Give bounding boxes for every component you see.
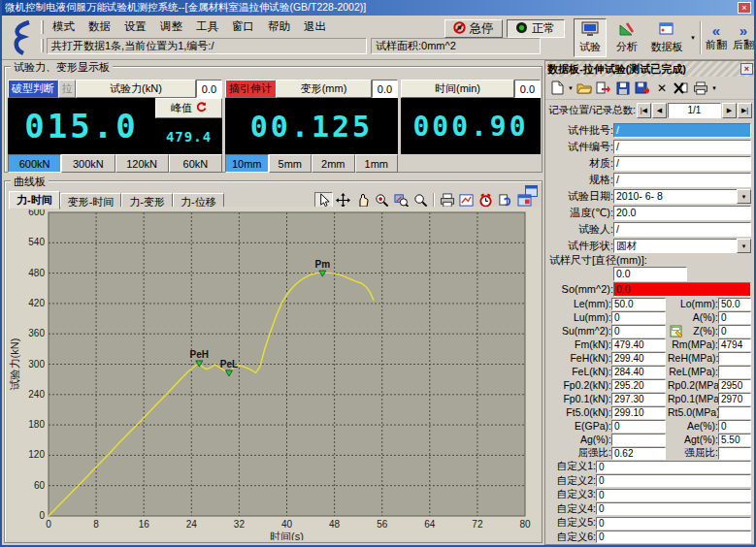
delete-all-icon[interactable] bbox=[673, 80, 690, 97]
result-field[interactable]: 479.40 bbox=[611, 338, 666, 351]
result-label: A(%): bbox=[668, 311, 718, 323]
custom-field[interactable]: 0 bbox=[596, 461, 751, 473]
analysis-button[interactable]: 分析 bbox=[610, 18, 643, 57]
result-field[interactable]: 0 bbox=[611, 325, 666, 338]
next-page-button[interactable]: » 后翻 bbox=[731, 18, 756, 57]
databoard-titlebar: 数据板-拉伸试验(测试已完成) × bbox=[545, 61, 755, 77]
result-field[interactable] bbox=[718, 447, 751, 460]
result-row: Fp0.1(kN): 297.30 Rp0.1(MPa): 2970 bbox=[549, 392, 751, 405]
result-field[interactable] bbox=[718, 366, 751, 378]
normal-status-button[interactable]: 正常 bbox=[507, 19, 565, 38]
custom-label: 自定义3: bbox=[549, 488, 596, 501]
result-field[interactable]: 50.0 bbox=[718, 298, 751, 310]
menu-item[interactable]: 模式 bbox=[47, 19, 81, 34]
next-record-button[interactable]: ▶ bbox=[722, 103, 737, 118]
result-label: Lo(mm): bbox=[668, 298, 718, 309]
result-field[interactable]: 295.20 bbox=[611, 379, 666, 392]
result-field[interactable] bbox=[718, 406, 751, 419]
custom-field[interactable]: 0 bbox=[596, 489, 751, 501]
deform-range-button[interactable]: 2mm bbox=[312, 154, 355, 173]
result-field[interactable]: 4794 bbox=[718, 338, 751, 351]
export-record-icon[interactable] bbox=[595, 80, 612, 97]
force-range-button[interactable]: 600kN bbox=[8, 154, 61, 173]
new-record-caret-icon[interactable]: ▼ bbox=[568, 85, 574, 91]
result-label: Ae(%): bbox=[668, 420, 718, 432]
spec-field[interactable]: / bbox=[613, 173, 751, 187]
custom-row: 自定义2: 0 bbox=[549, 474, 751, 489]
specimen-no-field[interactable]: / bbox=[613, 140, 751, 154]
result-field[interactable]: 2970 bbox=[718, 393, 751, 405]
save-record-icon[interactable] bbox=[614, 80, 632, 97]
result-field[interactable]: 0 bbox=[611, 311, 666, 324]
databoard-close-button[interactable]: × bbox=[740, 63, 753, 75]
databoard-button[interactable]: 数据板 bbox=[645, 18, 688, 57]
shape-field[interactable]: 圆材 bbox=[613, 239, 738, 253]
result-field[interactable]: 0 bbox=[718, 311, 751, 324]
databoard-fields: 试件批号:/ 试件编号:/ 材质:/ 规格:/ 试验日期:2010- 6- 8▼… bbox=[545, 120, 755, 544]
caret-down-icon: ▼ bbox=[741, 243, 747, 249]
databoard-dropdown-caret[interactable]: ▼ bbox=[688, 18, 698, 57]
break-judge-button[interactable]: 破型判断 bbox=[8, 80, 58, 98]
result-field[interactable]: 5.50 bbox=[718, 434, 751, 446]
force-range-button[interactable]: 120kN bbox=[115, 154, 169, 173]
result-field[interactable]: 2950 bbox=[718, 379, 751, 392]
menu-item[interactable]: 调整 bbox=[154, 19, 188, 34]
peak-reset-icon[interactable] bbox=[196, 102, 207, 114]
menu-item[interactable]: 设置 bbox=[118, 19, 152, 34]
open-record-icon[interactable] bbox=[575, 80, 593, 97]
delete-record-icon[interactable]: ✕ bbox=[653, 80, 671, 97]
print-record-icon[interactable] bbox=[692, 80, 709, 97]
prev-page-button[interactable]: « 前翻 bbox=[704, 18, 729, 57]
force-range-button[interactable]: 60kN bbox=[169, 154, 222, 173]
result-field[interactable]: 297.30 bbox=[611, 393, 666, 405]
material-field[interactable]: / bbox=[613, 156, 751, 171]
tester-field[interactable]: / bbox=[613, 222, 751, 237]
window-close-button[interactable]: × bbox=[738, 2, 751, 14]
so-field[interactable]: 0.0 bbox=[613, 282, 751, 297]
deform-range-button[interactable]: 5mm bbox=[269, 154, 312, 173]
result-field[interactable]: 299.40 bbox=[611, 352, 666, 365]
menu-item[interactable]: 数据 bbox=[82, 19, 116, 34]
result-label: ReH(MPa): bbox=[668, 352, 718, 364]
result-field[interactable] bbox=[718, 352, 751, 365]
result-row: E(GPa): 0 Ae(%): 0 bbox=[549, 419, 751, 433]
custom-field[interactable]: 0 bbox=[596, 531, 751, 543]
new-record-icon[interactable] bbox=[548, 80, 566, 97]
print-caret-icon[interactable]: ▼ bbox=[711, 85, 717, 91]
test-mode-button[interactable]: 试验 bbox=[574, 18, 607, 57]
result-field[interactable]: 0 bbox=[611, 420, 666, 433]
test-date-field[interactable]: 2010- 6- 8 bbox=[613, 189, 738, 204]
result-field[interactable] bbox=[611, 434, 666, 446]
menu-item[interactable]: 帮助 bbox=[262, 19, 296, 34]
menu-item[interactable]: 窗口 bbox=[226, 19, 260, 34]
diameter-field[interactable]: 0.0 bbox=[613, 267, 687, 281]
batch-no-field[interactable]: / bbox=[613, 123, 751, 138]
record-nav: 记录位置/记录总数: |◀ ◀ 1/1 ▶ ▶| bbox=[545, 100, 755, 120]
first-record-button[interactable]: |◀ bbox=[637, 103, 651, 118]
result-field[interactable]: 284.40 bbox=[611, 366, 666, 378]
shape-dropdown-button[interactable]: ▼ bbox=[737, 239, 751, 253]
temperature-field[interactable]: 20.0 bbox=[613, 206, 751, 220]
result-field[interactable]: 0 bbox=[718, 325, 751, 338]
custom-field[interactable]: 0 bbox=[596, 474, 751, 487]
save-all-icon[interactable] bbox=[634, 80, 651, 97]
force-range-button[interactable]: 300kN bbox=[61, 154, 115, 173]
last-record-button[interactable]: ▶| bbox=[738, 103, 752, 118]
custom-field[interactable]: 0 bbox=[596, 502, 751, 515]
result-field[interactable]: 0.62 bbox=[611, 447, 666, 460]
prev-record-button[interactable]: ◀ bbox=[652, 103, 667, 118]
result-field[interactable]: 299.10 bbox=[611, 406, 666, 419]
curve-tab[interactable]: 力-时间 bbox=[9, 191, 60, 209]
date-dropdown-button[interactable]: ▼ bbox=[737, 189, 751, 204]
custom-field[interactable]: 0 bbox=[596, 517, 751, 530]
deform-range-button[interactable]: 1mm bbox=[355, 154, 399, 173]
menu-item[interactable]: 工具 bbox=[190, 19, 224, 34]
menu-item[interactable]: 退出 bbox=[298, 19, 332, 34]
extensometer-button[interactable]: 摘引伸计 bbox=[225, 80, 276, 98]
deform-range-button[interactable]: 10mm bbox=[225, 154, 269, 173]
force-display-block: 破型判断 拉 试验力(kN) 0.0 015.0 峰值 479.4 600kN3… bbox=[8, 80, 222, 173]
force-aux-value: 0.0 bbox=[196, 80, 222, 98]
result-field[interactable]: 50.0 bbox=[611, 298, 666, 310]
emergency-stop-button[interactable]: 急停 bbox=[444, 19, 503, 38]
result-field[interactable]: 0 bbox=[718, 420, 751, 433]
